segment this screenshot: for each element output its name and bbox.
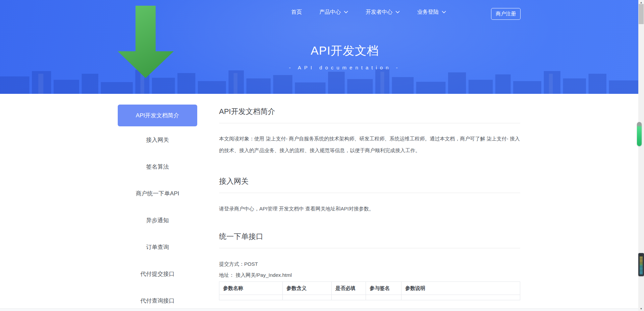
sidebar-item-order-query[interactable]: 订单查询 — [118, 234, 197, 260]
nav-item-developer-center[interactable]: 开发者中心 — [366, 9, 400, 16]
sidebar-item-async-notify[interactable]: 异步通知 — [118, 207, 197, 234]
chevron-down-icon — [395, 11, 400, 13]
col-param-meaning: 参数含义 — [283, 282, 332, 295]
top-navigation: 首页 产品中心 开发者中心 业务登陆 — [291, 0, 446, 24]
nav-label: 产品中心 — [319, 9, 341, 16]
sidebar-item-signature-algorithm[interactable]: 签名算法 — [118, 153, 197, 180]
nav-label: 业务登陆 — [417, 9, 439, 16]
sidebar-item-unified-order-api[interactable]: 商户统一下单API — [118, 180, 197, 207]
nav-label: 首页 — [291, 9, 302, 16]
col-in-signature: 参与签名 — [366, 282, 401, 295]
chevron-down-icon — [442, 11, 446, 13]
sidebar-item-payout-query[interactable]: 代付查询接口 — [118, 287, 197, 311]
section-divider — [219, 248, 520, 248]
meter-bars — [640, 255, 643, 274]
parameters-table: 参数名称 参数含义 是否必填 参与签名 参数说明 — [219, 282, 520, 300]
page-subtitle: - API documentation - — [289, 65, 400, 70]
sidebar-item-api-doc-intro-active[interactable]: API开发文档简介 — [118, 105, 197, 126]
nav-item-home[interactable]: 首页 — [291, 9, 302, 16]
section-body-gateway: 请登录商户中心，API管理 开发文档中 查看网关地址和API对接参数。 — [219, 205, 520, 212]
col-param-name: 参数名称 — [219, 282, 283, 295]
page: 首页 产品中心 开发者中心 业务登陆 商户注册 — [0, 0, 644, 311]
section-heading-intro: API开发文档简介 — [219, 107, 520, 117]
section-heading-gateway: 接入网关 — [219, 176, 520, 186]
col-required: 是否必填 — [332, 282, 366, 295]
nav-label: 开发者中心 — [366, 9, 392, 16]
table-header-row: 参数名称 参数含义 是否必填 参与签名 参数说明 — [219, 282, 520, 295]
scroll-down-arrow-icon[interactable]: ▼ — [638, 306, 644, 311]
green-indicator-widget — [637, 122, 642, 146]
doc-sidebar: API开发文档简介 接入网关 签名算法 商户统一下单API 异步通知 订单查询 … — [118, 105, 197, 311]
col-param-description: 参数说明 — [401, 282, 520, 295]
page-title: API开发文档 — [289, 43, 400, 59]
doc-content: API开发文档简介 本文阅读对象：使用 柒上支付- 商户自服务系统的技术架构师、… — [219, 101, 520, 300]
submit-method-line: 提交方式：POST — [219, 261, 520, 267]
chevron-down-icon — [344, 11, 348, 13]
nav-item-business-login[interactable]: 业务登陆 — [417, 9, 446, 16]
section-heading-unified-order: 统一下单接口 — [219, 232, 520, 242]
sidebar-item-gateway[interactable]: 接入网关 — [118, 126, 197, 153]
section-body-intro: 本文阅读对象：使用 柒上支付- 商户自服务系统的技术架构师、研发工程师、系统运维… — [219, 133, 520, 156]
page-header: 首页 产品中心 开发者中心 业务登陆 商户注册 — [0, 0, 638, 94]
nav-item-products[interactable]: 产品中心 — [319, 9, 348, 16]
table-row — [219, 295, 520, 300]
merchant-register-button[interactable]: 商户注册 — [491, 8, 521, 20]
meter-widget — [638, 253, 644, 276]
green-down-arrow-graphic — [118, 6, 174, 78]
sidebar-item-payout-submit[interactable]: 代付提交接口 — [118, 260, 197, 287]
scrollbar-thumb[interactable] — [639, 4, 644, 24]
hero-text-block: API开发文档 - API documentation - — [289, 43, 400, 70]
page-bottom-strip — [0, 308, 638, 311]
gateway-address-line: 地址： 接入网关/Pay_Index.html — [219, 272, 520, 278]
section-divider — [219, 123, 520, 123]
section-divider — [219, 193, 520, 193]
